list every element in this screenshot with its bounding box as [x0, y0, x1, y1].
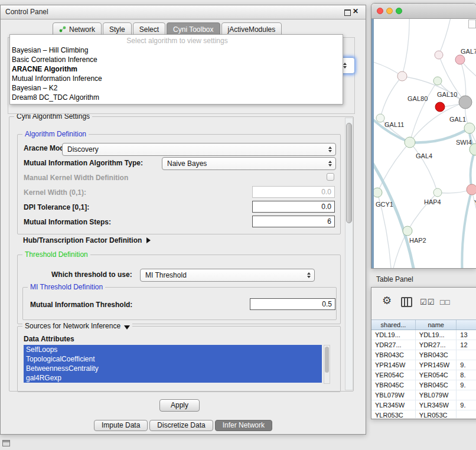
dropdown-item[interactable]: Mutual Information Inference	[10, 74, 343, 83]
network-node[interactable]	[397, 71, 407, 81]
network-edge	[402, 19, 409, 76]
table-row[interactable]: YBR045CYBR045C9.	[371, 380, 476, 390]
close-traffic-light[interactable]	[377, 8, 383, 14]
sources-toggle[interactable]: Sources for Network Inference	[22, 322, 132, 330]
table-settings-gear-icon[interactable]: ⚙	[382, 294, 392, 307]
mi-type-combobox[interactable]: Naive Bayes	[162, 157, 336, 170]
combo-value: MI Threshold	[145, 271, 307, 279]
dropdown-placeholder: Select algorithm to view settings	[10, 36, 343, 45]
network-node-label: GAL10	[437, 91, 457, 98]
tab-impute-data[interactable]: Impute Data	[94, 420, 148, 431]
threshold-definition-group: Threshold Definition Which threshold to …	[17, 255, 341, 324]
deselect-all-icon[interactable]: □□	[440, 298, 451, 306]
table-row[interactable]: YDL19...YDL19...13	[371, 330, 476, 340]
network-node[interactable]	[435, 51, 443, 59]
network-node[interactable]	[405, 137, 415, 148]
network-edge	[472, 190, 476, 231]
manual-kernel-checkbox[interactable]	[327, 173, 334, 181]
attribute-item-selected[interactable]: SelfLoops	[24, 345, 322, 354]
network-node[interactable]	[376, 114, 384, 122]
control-panel-titlebar[interactable]: Control Panel ✕	[1, 5, 366, 19]
column-header-shared-name[interactable]: shared...	[371, 320, 416, 330]
network-node[interactable]	[455, 55, 465, 64]
mi-steps-input[interactable]: 6	[252, 216, 335, 227]
algorithm-dropdown-popup: Select algorithm to view settings Bayesi…	[9, 34, 343, 105]
table-row[interactable]: YBR043CYBR043C	[371, 350, 476, 360]
close-icon[interactable]: ✕	[353, 7, 358, 15]
dropdown-item[interactable]: Bayesian – K2	[10, 83, 343, 93]
attribute-item-selected[interactable]: TopologicalCoefficient	[24, 354, 322, 364]
zoom-traffic-light[interactable]	[396, 8, 402, 14]
hub-definition-toggle[interactable]: Hub/Transcription Factor Definition	[23, 236, 151, 244]
tab-infer-network[interactable]: Infer Network	[215, 420, 272, 431]
table-row[interactable]: YDR27...YDR27...12	[371, 340, 476, 350]
column-header-name[interactable]: name	[416, 320, 457, 330]
network-window-titlebar[interactable]	[371, 4, 476, 19]
dropdown-item[interactable]: Basic Correlation Inference	[10, 55, 343, 64]
tab-discretize-data[interactable]: Discretize Data	[149, 420, 213, 431]
table-panel-title: Table Panel	[376, 275, 413, 283]
scrollbar-thumb[interactable]	[346, 123, 352, 223]
network-node[interactable]	[467, 184, 476, 195]
bottom-tabbar: Impute Data Discretize Data Infer Networ…	[1, 420, 366, 431]
network-node[interactable]	[433, 188, 442, 197]
dropdown-item[interactable]: Dream8 DC_TDC Algorithm	[10, 93, 343, 102]
apply-button[interactable]: Apply	[159, 399, 200, 412]
table-row[interactable]: YER054CYER054C8.	[371, 370, 476, 380]
network-edge	[377, 142, 410, 193]
sources-group: Sources for Network Inference Data Attri…	[17, 326, 341, 392]
table-row[interactable]: YPR145WYPR145W9.	[371, 360, 476, 370]
table-cell	[457, 350, 476, 360]
combo-arrows-icon	[328, 161, 332, 167]
show-columns-icon[interactable]	[401, 297, 412, 307]
settings-scrollbar[interactable]	[345, 118, 353, 390]
minimized-window-icon[interactable]	[2, 440, 10, 446]
table-row[interactable]: YBL079WYBL079W	[371, 390, 476, 400]
network-svg[interactable]: GAL80GAL7GAL10GAL1SWI4GAL4GCY1HAP4YHAP2G…	[374, 19, 476, 268]
table-cell: YER054C	[371, 370, 416, 380]
network-node[interactable]	[374, 188, 382, 197]
expand-right-icon	[146, 237, 151, 243]
select-all-icon[interactable]: ☑☑	[420, 298, 435, 306]
table-cell: YBR045C	[416, 380, 457, 390]
attribute-item-selected[interactable]: BetweennessCentrality	[24, 364, 322, 373]
table-cell: 9.	[457, 380, 476, 390]
data-attributes-list: SelfLoops TopologicalCoefficient Between…	[24, 345, 330, 384]
table-cell: 8.	[457, 370, 476, 380]
table-cell: YBR043C	[371, 350, 416, 360]
network-node[interactable]	[459, 96, 472, 109]
scrollbar-button[interactable]	[468, 19, 476, 28]
network-canvas[interactable]: GAL80GAL7GAL10GAL1SWI4GAL4GCY1HAP4YHAP2G…	[371, 19, 476, 268]
network-node[interactable]	[433, 77, 442, 85]
dpi-tolerance-input[interactable]: 0.0	[252, 201, 335, 213]
tab-label: Cyni Toolbox	[173, 25, 213, 34]
attribute-item-selected[interactable]: gal4RGexp	[24, 373, 322, 383]
table-cell: YBR045C	[371, 380, 416, 390]
network-edge	[380, 76, 402, 118]
mi-threshold-input[interactable]: 0.5	[250, 298, 335, 310]
minimize-traffic-light[interactable]	[386, 8, 393, 14]
network-node[interactable]	[435, 102, 445, 112]
scrollbar-thumb[interactable]	[325, 347, 329, 373]
attribute-list-scrollbar[interactable]	[324, 345, 330, 384]
table-cell: YLR345W	[371, 400, 416, 410]
network-node-label: GAL80	[407, 95, 428, 102]
column-header-extra[interactable]	[457, 320, 476, 330]
network-tab-icon	[59, 26, 66, 33]
float-window-icon[interactable]	[344, 9, 351, 16]
table-row[interactable]: YLR345WYLR345W9.	[371, 400, 476, 410]
aracne-mode-combobox[interactable]: Discovery	[62, 143, 336, 156]
dropdown-item[interactable]: Bayesian – Hill Climbing	[10, 45, 343, 55]
kernel-width-input[interactable]: 0.0	[252, 186, 335, 198]
network-node[interactable]	[464, 123, 475, 133]
combo-arrows-icon	[343, 63, 347, 69]
table-row[interactable]: YLR053CYLR053C	[371, 410, 476, 418]
combo-value: Discovery	[67, 145, 328, 154]
table-cell	[457, 390, 476, 400]
which-threshold-combobox[interactable]: MI Threshold	[140, 269, 315, 282]
mi-threshold-group: MI Threshold Definition Mutual Informati…	[22, 287, 337, 320]
network-edge	[410, 142, 438, 193]
network-node[interactable]	[403, 226, 412, 236]
dropdown-item-selected[interactable]: ARACNE Algorithm	[10, 64, 343, 74]
table-cell: YPR145W	[371, 360, 416, 370]
